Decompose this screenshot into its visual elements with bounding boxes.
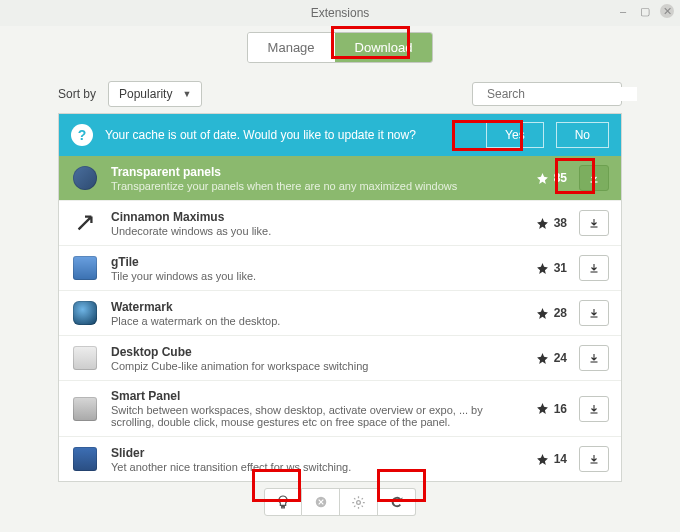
star-count: 14 xyxy=(521,452,567,466)
star-icon xyxy=(536,217,549,230)
download-button[interactable] xyxy=(579,165,609,191)
list-item[interactable]: SliderYet another nice transition effect… xyxy=(59,436,621,481)
star-icon xyxy=(536,352,549,365)
bottom-toolbar xyxy=(0,482,680,524)
list-item[interactable]: Desktop CubeCompiz Cube-like animation f… xyxy=(59,335,621,380)
extension-list: ? Your cache is out of date. Would you l… xyxy=(58,113,622,482)
settings-button[interactable] xyxy=(340,488,378,516)
extension-name: Transparent panels xyxy=(111,165,509,179)
star-count: 85 xyxy=(521,171,567,185)
lightbulb-icon xyxy=(275,494,291,510)
star-icon xyxy=(536,453,549,466)
download-icon xyxy=(588,217,600,229)
extension-icon xyxy=(71,209,99,237)
extension-icon xyxy=(71,344,99,372)
maximize-icon[interactable]: ▢ xyxy=(638,4,652,18)
search-input[interactable] xyxy=(487,87,637,101)
extension-desc: Switch between workspaces, show desktop,… xyxy=(111,404,509,428)
extension-name: Slider xyxy=(111,446,509,460)
star-count: 24 xyxy=(521,351,567,365)
star-count: 31 xyxy=(521,261,567,275)
download-icon xyxy=(588,262,600,274)
search-input-wrapper[interactable] xyxy=(472,82,622,106)
extension-desc: Place a watermark on the desktop. xyxy=(111,315,509,327)
extension-name: Smart Panel xyxy=(111,389,509,403)
extension-desc: Compiz Cube-like animation for workspace… xyxy=(111,360,509,372)
download-button[interactable] xyxy=(579,396,609,422)
star-icon xyxy=(536,307,549,320)
cache-notice: ? Your cache is out of date. Would you l… xyxy=(59,114,621,156)
extension-desc: Undecorate windows as you like. xyxy=(111,225,509,237)
extension-name: Desktop Cube xyxy=(111,345,509,359)
remove-button[interactable] xyxy=(302,488,340,516)
titlebar: Extensions – ▢ ✕ xyxy=(0,0,680,26)
download-button[interactable] xyxy=(579,255,609,281)
close-icon[interactable]: ✕ xyxy=(660,4,674,18)
list-item[interactable]: WatermarkPlace a watermark on the deskto… xyxy=(59,290,621,335)
remove-icon xyxy=(314,495,328,509)
extension-name: gTile xyxy=(111,255,509,269)
star-icon xyxy=(536,402,549,415)
star-count: 16 xyxy=(521,402,567,416)
list-item[interactable]: Cinnamon MaximusUndecorate windows as yo… xyxy=(59,200,621,245)
extension-desc: Tile your windows as you like. xyxy=(111,270,509,282)
window-title: Extensions xyxy=(311,6,370,20)
extension-desc: Yet another nice transition effect for w… xyxy=(111,461,509,473)
info-button[interactable] xyxy=(264,488,302,516)
sort-dropdown[interactable]: Popularity ▼ xyxy=(108,81,202,107)
extension-name: Cinnamon Maximus xyxy=(111,210,509,224)
star-count: 28 xyxy=(521,306,567,320)
download-button[interactable] xyxy=(579,446,609,472)
list-item[interactable]: Transparent panels Transparentize your p… xyxy=(59,156,621,200)
extension-icon xyxy=(71,299,99,327)
sort-value: Popularity xyxy=(119,87,172,101)
chevron-down-icon: ▼ xyxy=(182,89,191,99)
extension-icon xyxy=(71,395,99,423)
extension-desc: Transparentize your panels when there ar… xyxy=(111,180,509,192)
refresh-button[interactable] xyxy=(378,488,416,516)
list-item[interactable]: Smart PanelSwitch between workspaces, sh… xyxy=(59,380,621,436)
download-button[interactable] xyxy=(579,210,609,236)
minimize-icon[interactable]: – xyxy=(616,4,630,18)
gear-icon xyxy=(351,495,366,510)
tab-download[interactable]: Download xyxy=(335,33,433,62)
list-item[interactable]: gTileTile your windows as you like. 31 xyxy=(59,245,621,290)
extension-name: Watermark xyxy=(111,300,509,314)
view-tabs: Manage Download xyxy=(0,26,680,81)
download-icon xyxy=(588,307,600,319)
notice-yes-button[interactable]: Yes xyxy=(486,122,544,148)
notice-no-button[interactable]: No xyxy=(556,122,609,148)
download-button[interactable] xyxy=(579,300,609,326)
download-icon xyxy=(588,403,600,415)
download-icon xyxy=(588,453,600,465)
sort-by-label: Sort by xyxy=(58,87,96,101)
extension-icon xyxy=(71,445,99,473)
question-icon: ? xyxy=(71,124,93,146)
download-icon xyxy=(588,352,600,364)
tab-manage[interactable]: Manage xyxy=(248,33,335,62)
notice-message: Your cache is out of date. Would you lik… xyxy=(105,128,474,142)
download-button[interactable] xyxy=(579,345,609,371)
star-count: 38 xyxy=(521,216,567,230)
download-icon xyxy=(588,172,600,184)
extension-icon xyxy=(71,164,99,192)
refresh-icon xyxy=(389,494,405,510)
extension-icon xyxy=(71,254,99,282)
svg-point-10 xyxy=(357,500,361,504)
star-icon xyxy=(536,262,549,275)
star-icon xyxy=(536,172,549,185)
